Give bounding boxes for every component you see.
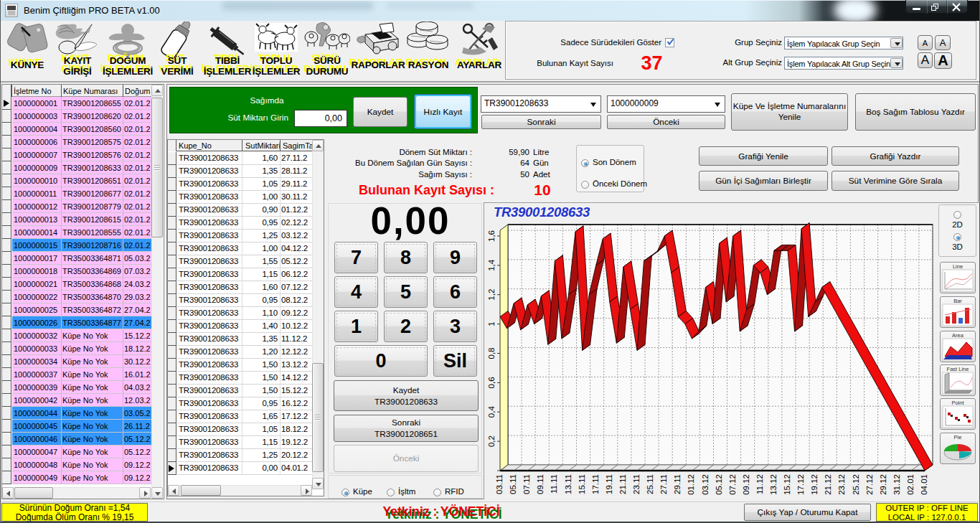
svg-text:19.11: 19.11 — [605, 474, 613, 494]
svg-text:17.11: 17.11 — [591, 474, 600, 494]
svg-text:19.12: 19.12 — [810, 474, 819, 495]
svg-text:05.11: 05.11 — [509, 474, 517, 494]
svg-text:1,2: 1,2 — [487, 289, 496, 301]
svg-text:15.11: 15.11 — [578, 474, 586, 494]
svg-text:31.12: 31.12 — [892, 474, 901, 495]
svg-text:13.11: 13.11 — [564, 474, 573, 494]
svg-text:29.12: 29.12 — [879, 474, 887, 495]
svg-text:27.12: 27.12 — [865, 474, 874, 495]
svg-text:25.11: 25.11 — [646, 474, 654, 494]
svg-text:25.12: 25.12 — [852, 474, 860, 495]
svg-text:04.01: 04.01 — [920, 474, 928, 495]
svg-text:17.12: 17.12 — [796, 474, 805, 495]
svg-text:13.12: 13.12 — [769, 474, 778, 495]
svg-text:0,6: 0,6 — [487, 377, 496, 388]
svg-text:09.12: 09.12 — [742, 474, 750, 495]
svg-text:1,6: 1,6 — [487, 230, 496, 242]
svg-text:07.12: 07.12 — [728, 474, 737, 495]
svg-text:0,8: 0,8 — [487, 348, 496, 359]
svg-text:11.12: 11.12 — [755, 474, 764, 494]
svg-text:1: 1 — [487, 321, 496, 326]
svg-text:09.11: 09.11 — [536, 474, 545, 494]
svg-text:07.11: 07.11 — [522, 474, 531, 494]
svg-text:03.12: 03.12 — [701, 474, 710, 495]
svg-text:21.12: 21.12 — [824, 474, 832, 495]
svg-text:1,4: 1,4 — [487, 259, 496, 271]
svg-text:01.12: 01.12 — [687, 474, 695, 495]
svg-text:0,4: 0,4 — [487, 406, 496, 418]
svg-text:03.11: 03.11 — [495, 474, 504, 494]
svg-text:02.01: 02.01 — [906, 474, 915, 495]
svg-text:27.11: 27.11 — [659, 474, 668, 494]
svg-text:29.11: 29.11 — [673, 474, 682, 494]
svg-text:11.11: 11.11 — [550, 474, 558, 494]
svg-text:0,2: 0,2 — [487, 435, 496, 447]
svg-text:15.12: 15.12 — [783, 474, 791, 495]
svg-text:23.12: 23.12 — [837, 474, 846, 495]
svg-text:05.12: 05.12 — [715, 474, 723, 495]
svg-text:21.11: 21.11 — [618, 474, 627, 494]
svg-text:23.11: 23.11 — [632, 474, 641, 494]
